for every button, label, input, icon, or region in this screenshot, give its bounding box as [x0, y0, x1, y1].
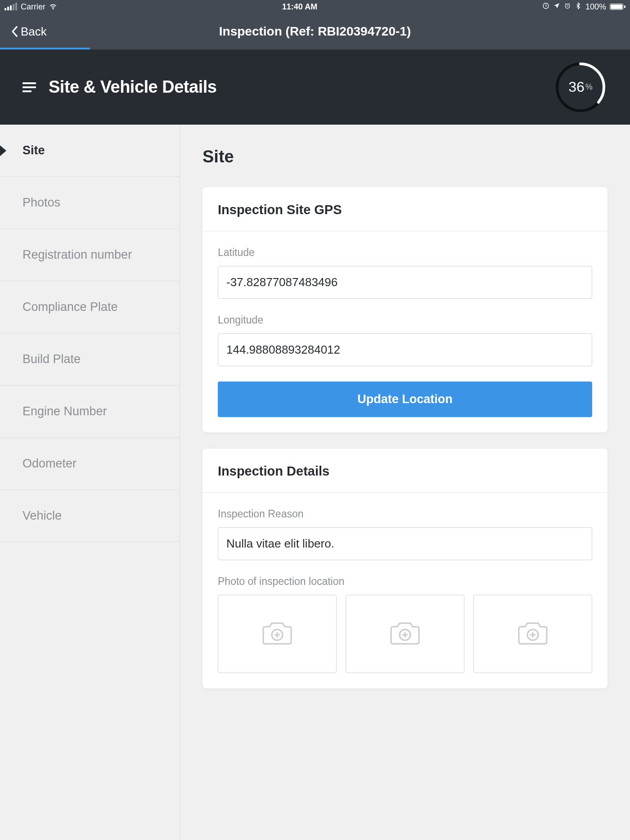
sidebar: Site Photos Registration number Complian…: [0, 125, 180, 840]
details-card-header: Inspection Details: [202, 449, 608, 493]
progress-percent-sign: %: [585, 82, 593, 92]
carrier-label: Carrier: [21, 2, 45, 12]
svg-point-0: [53, 9, 54, 9]
reason-label: Inspection Reason: [218, 508, 592, 520]
photo-location-label: Photo of inspection location: [218, 575, 592, 588]
sidebar-item-label: Registration number: [22, 248, 132, 262]
sidebar-item-compliance[interactable]: Compliance Plate: [0, 281, 180, 333]
sidebar-item-label: Engine Number: [22, 404, 107, 418]
content-title: Site: [202, 147, 608, 166]
ios-status-bar: Carrier 11:40 AM 100%: [0, 0, 630, 13]
progress-underline: [0, 48, 90, 49]
signal-icon: [4, 3, 17, 10]
sidebar-item-label: Compliance Plate: [22, 300, 118, 314]
nav-header: Back Inspection (Ref: RBI20394720-1): [0, 13, 630, 49]
camera-add-icon: [261, 620, 293, 648]
sidebar-item-label: Vehicle: [22, 509, 62, 523]
gps-card: Inspection Site GPS Latitude Longitude U…: [202, 187, 608, 432]
sidebar-item-photos[interactable]: Photos: [0, 177, 180, 229]
section-header: Site & Vehicle Details 36%: [0, 49, 630, 125]
longitude-label: Longitude: [218, 314, 592, 326]
reason-input[interactable]: [218, 527, 592, 560]
progress-ring: 36%: [554, 60, 608, 114]
bluetooth-icon: [575, 2, 582, 12]
sidebar-item-build[interactable]: Build Plate: [0, 333, 180, 386]
status-bar-left: Carrier: [4, 2, 57, 12]
section-title: Site & Vehicle Details: [49, 77, 216, 97]
nav-title: Inspection (Ref: RBI20394720-1): [219, 24, 411, 39]
status-bar-time: 11:40 AM: [282, 2, 317, 12]
content-pane: Site Inspection Site GPS Latitude Longit…: [180, 125, 630, 840]
photo-grid: [218, 595, 592, 673]
sidebar-item-engine[interactable]: Engine Number: [0, 386, 180, 438]
sidebar-item-odometer[interactable]: Odometer: [0, 438, 180, 490]
update-location-button[interactable]: Update Location: [218, 382, 592, 417]
camera-add-icon: [517, 620, 549, 648]
menu-icon[interactable]: [22, 82, 36, 92]
photo-slot-2[interactable]: [346, 595, 464, 673]
sidebar-item-label: Build Plate: [22, 352, 81, 366]
back-label: Back: [21, 25, 47, 39]
wifi-icon: [49, 3, 57, 11]
photo-slot-1[interactable]: [218, 595, 337, 673]
details-card: Inspection Details Inspection Reason Pho…: [202, 449, 608, 688]
longitude-input[interactable]: [218, 333, 592, 366]
sidebar-item-vehicle[interactable]: Vehicle: [0, 490, 180, 542]
latitude-input[interactable]: [218, 266, 592, 299]
back-button[interactable]: Back: [11, 25, 47, 39]
photo-slot-3[interactable]: [473, 595, 592, 673]
progress-value: 36: [568, 79, 585, 95]
sidebar-item-site[interactable]: Site: [0, 125, 180, 177]
gps-card-header: Inspection Site GPS: [202, 187, 608, 231]
location-icon: [553, 2, 560, 12]
sidebar-item-label: Odometer: [22, 457, 76, 471]
sync-icon: [542, 2, 549, 12]
chevron-left-icon: [11, 26, 18, 37]
sidebar-item-label: Site: [22, 144, 45, 157]
status-bar-right: 100%: [542, 2, 626, 12]
latitude-label: Latitude: [218, 247, 592, 259]
sidebar-item-label: Photos: [22, 196, 60, 210]
battery-icon: [610, 4, 626, 10]
sidebar-item-registration[interactable]: Registration number: [0, 229, 180, 281]
battery-percent: 100%: [585, 2, 606, 12]
alarm-icon: [564, 2, 571, 12]
camera-add-icon: [389, 620, 421, 648]
